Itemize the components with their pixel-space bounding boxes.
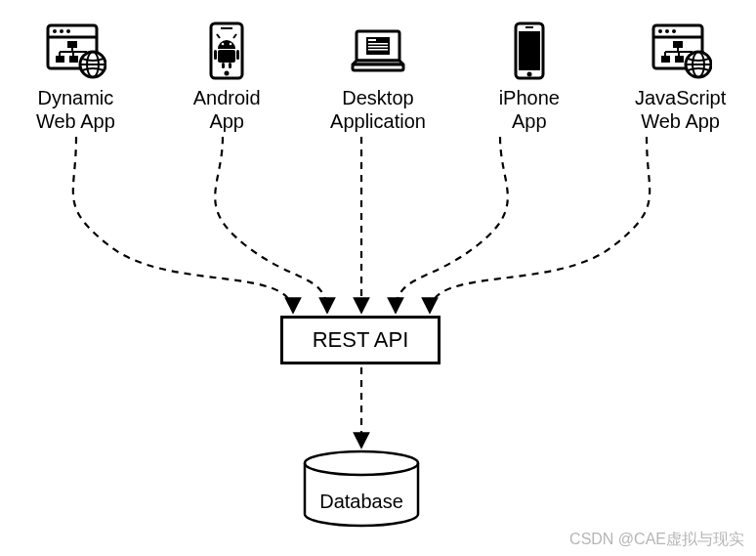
client-android-app: AndroidApp [158, 20, 295, 133]
svg-rect-6 [56, 56, 64, 63]
edge-iphone-to-rest [396, 137, 508, 313]
svg-rect-34 [368, 49, 388, 51]
rest-api-label: REST API [313, 327, 409, 353]
svg-rect-24 [218, 50, 235, 63]
svg-rect-32 [368, 43, 388, 45]
svg-point-43 [665, 29, 669, 33]
laptop-app-icon [347, 20, 409, 82]
svg-rect-46 [661, 56, 670, 63]
watermark-text: CSDN @CAE虚拟与现实 [569, 530, 744, 550]
svg-rect-26 [236, 50, 239, 60]
svg-point-57 [305, 451, 418, 475]
edge-dynamic-to-rest [73, 137, 293, 313]
svg-rect-35 [353, 64, 403, 70]
client-label: DesktopApplication [330, 86, 426, 133]
svg-rect-45 [673, 41, 683, 48]
svg-rect-47 [675, 56, 684, 63]
edge-android-to-rest [215, 137, 327, 313]
database-node: Database [293, 449, 430, 528]
client-dynamic-web-app: DynamicWeb App [7, 20, 144, 133]
svg-point-18 [225, 71, 230, 76]
svg-point-42 [658, 29, 662, 33]
svg-rect-28 [229, 63, 231, 68]
rest-api-box: REST API [280, 316, 441, 364]
client-label: DynamicWeb App [36, 86, 115, 133]
client-label: JavaScriptWeb App [635, 86, 726, 133]
svg-rect-37 [519, 31, 540, 70]
svg-point-44 [672, 29, 676, 33]
database-icon [293, 449, 430, 528]
edge-js-to-rest [430, 137, 650, 313]
client-label: AndroidApp [193, 86, 261, 133]
client-desktop-app: DesktopApplication [310, 20, 446, 133]
svg-point-3 [60, 29, 63, 33]
svg-point-2 [53, 29, 57, 33]
svg-rect-27 [222, 63, 225, 68]
iphone-icon [498, 20, 561, 82]
client-label: iPhoneApp [499, 86, 560, 133]
client-iphone-app: iPhoneApp [461, 20, 598, 133]
svg-rect-31 [368, 39, 376, 41]
svg-rect-5 [67, 41, 77, 48]
browser-sitemap-globe-icon [44, 20, 106, 82]
svg-point-22 [222, 43, 225, 46]
svg-rect-7 [69, 56, 78, 63]
svg-point-23 [230, 43, 232, 46]
client-row: DynamicWeb App AndroidApp [0, 20, 756, 133]
svg-point-38 [526, 72, 531, 77]
svg-rect-25 [214, 50, 217, 60]
client-javascript-web-app: JavaScriptWeb App [612, 20, 749, 133]
database-label: Database [293, 491, 430, 513]
browser-sitemap-globe-icon [650, 20, 712, 82]
android-phone-icon [195, 20, 258, 82]
svg-point-4 [66, 29, 70, 33]
svg-rect-33 [368, 46, 388, 48]
